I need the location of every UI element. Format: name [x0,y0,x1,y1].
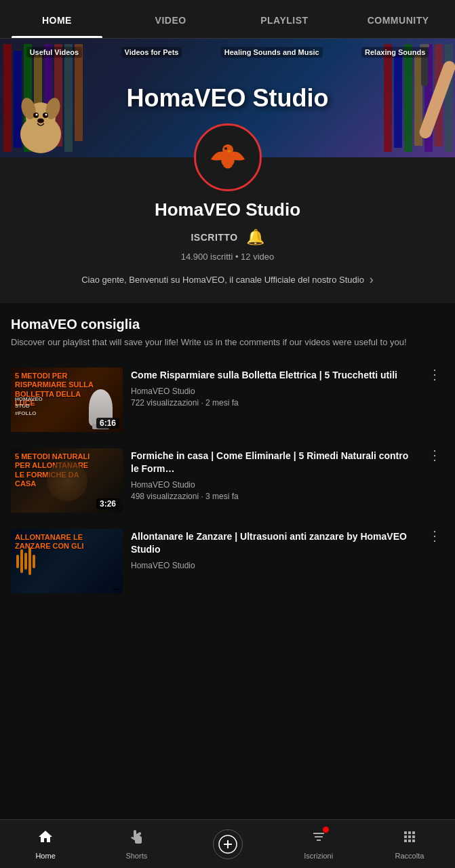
subscribe-row: ISCRITTO 🔔 [191,229,264,246]
nav-shorts[interactable]: Shorts [91,823,182,865]
banner-dog [14,80,68,157]
video-thumbnail: 5 METODI NATURALI PER ALLONTANARE LE FOR… [11,448,123,513]
video-channel: HomaVEO Studio [131,480,417,490]
tab-community[interactable]: COMMUNITY [341,0,455,38]
video-item[interactable]: 5 METODI NATURALI PER ALLONTANARE LE FOR… [0,440,455,521]
video-meta: Formiche in casa | Come Eliminarle | 5 R… [131,448,417,501]
nav-add[interactable] [182,824,273,865]
video-stats: 722 visualizzazioni · 2 mesi fa [131,398,417,408]
svg-point-6 [36,114,38,116]
banner-label-2: Videos for Pets [121,47,182,58]
duration-badge: 6:16 [96,418,119,429]
bell-icon[interactable]: 🔔 [246,229,264,246]
playlist-section: HomaVEO consiglia Discover our playlist … [0,303,455,349]
video-channel: HomaVEO Studio [131,387,417,396]
video-thumbnail: ALLONTANARE LE ZANZARE CON GLI [11,529,123,593]
channel-info-section: HomaVEO Studio ISCRITTO 🔔 14.900 iscritt… [0,157,455,303]
tab-playlist[interactable]: PLAYLIST [228,0,342,38]
bottom-navigation: Home Shorts Iscrizioni [0,819,455,868]
video-meta: Allontanare le Zanzare | Ultrasuoni anti… [131,529,417,572]
duration-badge [113,589,119,590]
chevron-right-icon: › [370,273,374,287]
iscrizioni-icon [311,829,327,849]
banner-label-3: Healing Sounds and Music [221,47,323,58]
video-list: 5 METODI PER RISPARMIARE SULLA BOLLETTA … [0,359,455,601]
section-title: HomaVEO consiglia [11,317,444,332]
video-meta: Come Risparmiare sulla Bolletta Elettric… [131,368,417,408]
video-title: Allontanare le Zanzare | Ultrasuoni anti… [131,530,417,556]
video-title: Formiche in casa | Come Eliminarle | 5 R… [131,450,417,475]
banner-labels: Useful Videos Videos for Pets Healing So… [0,39,455,58]
notification-dot [323,827,329,833]
banner-label-1: Useful Videos [26,47,83,58]
shorts-icon [128,829,144,849]
video-thumbnail: 5 METODI PER RISPARMIARE SULLA BOLLETTA … [11,368,123,432]
channel-stats: 14.900 iscritti • 12 video [181,252,275,262]
channel-name: HomaVEO Studio [155,199,300,220]
add-button[interactable] [213,829,243,859]
duration-badge: 3:26 [96,498,119,509]
nav-home-label: Home [35,852,55,860]
svg-point-7 [45,114,47,116]
section-description: Discover our playlist that will save you… [11,336,444,349]
more-options-button[interactable]: ⋮ [425,447,444,463]
nav-iscrizioni-label: Iscrizioni [304,852,333,860]
channel-avatar[interactable] [194,123,262,191]
video-channel: HomaVEO Studio [131,561,417,570]
tab-video[interactable]: VIDEO [114,0,228,38]
more-options-button[interactable]: ⋮ [425,528,444,544]
banner-label-4: Relaxing Sounds [361,47,429,58]
nav-iscrizioni[interactable]: Iscrizioni [273,823,364,865]
watermark: HOMAVEOSTUD#FOLLO [15,396,43,417]
nav-shorts-label: Shorts [125,852,147,860]
channel-description-text: Ciao gente, Benvenuti su HomaVEO, il can… [81,275,364,285]
nav-raccolta-label: Raccolta [395,852,424,860]
nav-raccolta[interactable]: Raccolta [364,823,455,865]
svg-point-8 [37,119,44,123]
channel-description-row[interactable]: Ciao gente, Benvenuti su HomaVEO, il can… [81,270,374,290]
home-icon [37,829,54,849]
banner-title: HomaVEO Studio [126,84,328,113]
video-item[interactable]: ALLONTANARE LE ZANZARE CON GLI Allontana… [0,521,455,601]
more-options-button[interactable]: ⋮ [425,366,444,382]
raccolta-icon [401,829,418,849]
video-stats: 498 visualizzazioni · 3 mesi fa [131,492,417,501]
channel-tabs: HOME VIDEO PLAYLIST COMMUNITY [0,0,455,39]
video-item[interactable]: 5 METODI PER RISPARMIARE SULLA BOLLETTA … [0,359,455,440]
tab-home[interactable]: HOME [0,0,114,38]
svg-point-15 [224,147,227,150]
nav-home[interactable]: Home [0,823,91,865]
subscribe-button[interactable]: ISCRITTO [191,232,237,243]
video-title: Come Risparmiare sulla Bolletta Elettric… [131,369,417,382]
